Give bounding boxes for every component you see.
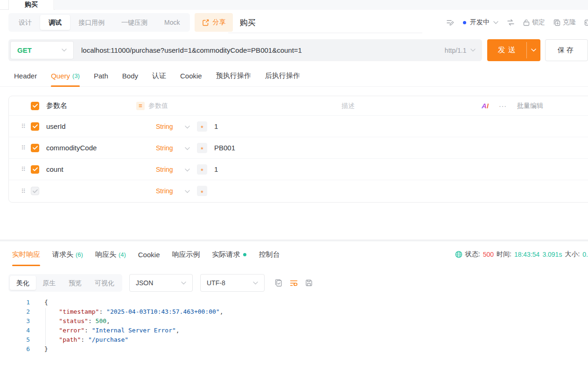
- chevron-down-icon[interactable]: [185, 144, 197, 152]
- tab-response-cookie[interactable]: Cookie: [138, 243, 160, 266]
- tab-console[interactable]: 控制台: [259, 243, 280, 266]
- code-line: 3 "status": 500,: [0, 317, 588, 326]
- chevron-down-icon[interactable]: [185, 122, 197, 131]
- drag-handle-icon[interactable]: ⠿: [16, 188, 30, 195]
- tab-post-processors[interactable]: 后执行操作: [265, 65, 300, 87]
- share-label: 分享: [212, 18, 225, 27]
- response-tabs: 实时响应 请求头 (6) 响应头 (4) Cookie 响应示例 实际请求 控制…: [0, 243, 588, 266]
- required-asterisk-badge[interactable]: *: [197, 186, 207, 196]
- actual-request-dot-icon: [243, 253, 246, 256]
- param-type-select[interactable]: String: [156, 166, 185, 173]
- param-type-select[interactable]: String: [156, 123, 185, 130]
- view-visualize[interactable]: 可视化: [88, 276, 121, 290]
- tab-live-response[interactable]: 实时响应: [12, 243, 40, 266]
- required-asterisk-badge[interactable]: *: [197, 143, 207, 153]
- mode-debug[interactable]: 调试: [40, 15, 70, 30]
- required-asterisk-badge[interactable]: *: [197, 164, 207, 175]
- code-line: 4 "error": "Internal Server Error",: [0, 326, 588, 335]
- tab-path[interactable]: Path: [94, 65, 108, 87]
- param-checkbox[interactable]: [31, 144, 40, 152]
- environment-selector[interactable]: 开发中: [463, 18, 498, 27]
- request-bar: GET localhost:11000/purchase?userId=1&co…: [0, 39, 588, 61]
- line-number: 5: [0, 335, 30, 345]
- required-asterisk-badge[interactable]: *: [197, 121, 207, 132]
- param-value-input[interactable]: 1: [214, 165, 392, 173]
- indent-guide: [45, 308, 46, 345]
- share-button[interactable]: 分享: [195, 13, 233, 32]
- clone-button[interactable]: 克隆: [553, 18, 576, 27]
- word-wrap-icon[interactable]: [290, 280, 298, 287]
- code-line: 2 "timestamp": "2025-04-03T10:43:57.463+…: [0, 307, 588, 317]
- edit-description-icon[interactable]: [447, 19, 455, 26]
- tab-header[interactable]: Header: [14, 65, 37, 87]
- params-header-row: 参数名 = 参数值 描述 AI ··· 批量编辑: [9, 96, 588, 116]
- param-type-select[interactable]: String: [156, 144, 185, 152]
- more-tools-icon[interactable]: [584, 19, 588, 26]
- api-title[interactable]: 购买: [239, 17, 255, 28]
- tabbar-background: [55, 0, 588, 10]
- chevron-down-icon[interactable]: [185, 165, 197, 174]
- switch-environment-icon[interactable]: [507, 19, 515, 26]
- save-response-icon[interactable]: [305, 279, 313, 287]
- param-value-input[interactable]: 1: [214, 122, 392, 130]
- param-checkbox[interactable]: [31, 122, 40, 131]
- tab-actual-request[interactable]: 实际请求: [212, 243, 246, 266]
- send-button[interactable]: 发送: [487, 39, 540, 61]
- view-pretty[interactable]: 美化: [10, 276, 36, 290]
- more-options-icon[interactable]: ···: [499, 102, 507, 110]
- tab-auth[interactable]: 认证: [152, 65, 166, 87]
- document-tab-purchase[interactable]: 购买: [8, 0, 54, 10]
- tab-response-example[interactable]: 响应示例: [172, 243, 200, 266]
- param-name-input[interactable]: count: [46, 165, 156, 173]
- app-window: 购买 设计 调试 接口用例 一键压测 Mock 分享 购买 开发中: [0, 0, 588, 387]
- chevron-down-icon: [181, 281, 186, 285]
- size-label: 大小:: [565, 250, 580, 259]
- mode-stresstest[interactable]: 一键压测: [113, 15, 156, 30]
- response-body-editor[interactable]: 1 { 2 "timestamp": "2025-04-03T10:43:57.…: [0, 298, 588, 387]
- send-options-caret[interactable]: [527, 49, 540, 52]
- select-all-checkbox[interactable]: [31, 102, 40, 110]
- copy-response-icon[interactable]: [275, 279, 282, 287]
- globe-icon: [455, 251, 462, 258]
- tab-cookie[interactable]: Cookie: [180, 65, 202, 87]
- lock-button[interactable]: 锁定: [523, 18, 545, 27]
- query-params-table: 参数名 = 参数值 描述 AI ··· 批量编辑 ⠿ userId String…: [8, 96, 588, 203]
- view-raw[interactable]: 原生: [36, 276, 62, 290]
- drag-handle-icon[interactable]: ⠿: [16, 144, 30, 151]
- query-count-badge: (3): [72, 72, 80, 79]
- ai-button[interactable]: AI: [482, 102, 489, 110]
- drag-handle-icon[interactable]: ⠿: [16, 123, 30, 130]
- format-select[interactable]: JSON: [129, 274, 193, 292]
- tab-query[interactable]: Query (3): [51, 65, 80, 87]
- save-button[interactable]: 保存: [545, 39, 588, 61]
- encoding-select[interactable]: UTF-8: [200, 274, 265, 292]
- param-value-input[interactable]: PB001: [214, 144, 392, 152]
- mode-cases[interactable]: 接口用例: [70, 15, 113, 30]
- panel-separator[interactable]: [0, 239, 588, 241]
- tab-body[interactable]: Body: [122, 65, 138, 87]
- param-checkbox[interactable]: [31, 187, 40, 195]
- param-row-commodityCode: ⠿ commodityCode String * PB001: [9, 137, 588, 159]
- batch-edit-button[interactable]: 批量编辑: [517, 102, 543, 110]
- param-row-empty: ⠿ String *: [9, 180, 588, 202]
- tab-response-headers[interactable]: 响应头 (4): [95, 243, 126, 266]
- param-name-input[interactable]: userId: [46, 122, 156, 130]
- checkbox-checked-icon: [31, 122, 39, 131]
- drag-handle-icon[interactable]: ⠿: [16, 166, 30, 173]
- param-name-input[interactable]: commodityCode: [46, 144, 156, 152]
- method-select[interactable]: GET: [10, 41, 74, 59]
- view-preview[interactable]: 预览: [62, 276, 88, 290]
- chevron-down-icon[interactable]: [185, 187, 197, 195]
- protocol-select[interactable]: http/1.1: [445, 47, 476, 54]
- clone-icon: [553, 19, 560, 26]
- url-input[interactable]: localhost:11000/purchase?userId=1&commod…: [81, 46, 302, 54]
- mode-mock[interactable]: Mock: [156, 15, 188, 30]
- main-toolbar: 设计 调试 接口用例 一键压测 Mock 分享 购买 开发中: [0, 13, 588, 32]
- equals-operator-icon: =: [136, 102, 145, 110]
- param-checkbox[interactable]: [31, 165, 40, 174]
- environment-label: 开发中: [470, 18, 490, 27]
- param-type-select[interactable]: String: [156, 187, 185, 195]
- tab-pre-processors[interactable]: 预执行操作: [216, 65, 251, 87]
- mode-design[interactable]: 设计: [10, 15, 40, 30]
- tab-request-headers[interactable]: 请求头 (6): [52, 243, 83, 266]
